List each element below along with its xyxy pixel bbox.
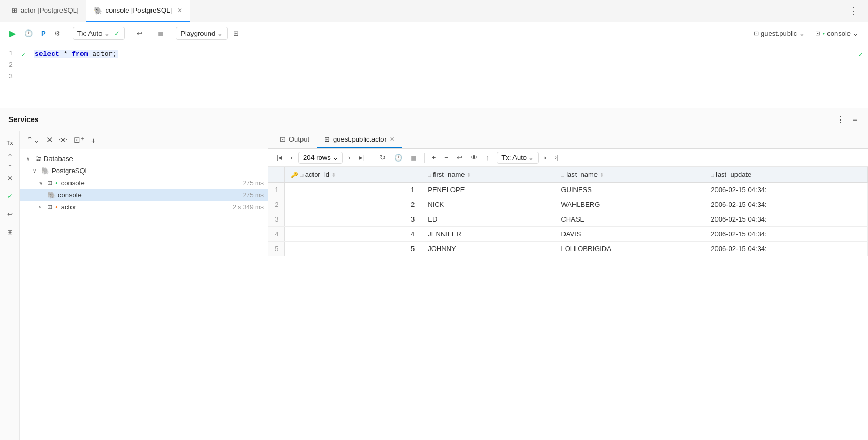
run-button[interactable]: ▶	[6, 26, 19, 41]
toolbar-sep-3	[150, 28, 150, 39]
last-update-cell: 2006-02-15 04:34:	[704, 183, 868, 197]
result-stop-button[interactable]: ◼	[408, 152, 420, 163]
pin-button[interactable]: P	[38, 27, 49, 39]
services-more-button[interactable]: ⋮	[834, 114, 846, 125]
playground-dropdown[interactable]: Playground ⌄	[176, 27, 228, 40]
table-row[interactable]: 1 1 PENELOPE GUINESS 2006-02-15 04:34:	[268, 183, 868, 197]
toolbar-sep-4	[171, 28, 171, 39]
result-del-row-button[interactable]: −	[441, 152, 451, 163]
services-collapse-button[interactable]: −	[851, 114, 860, 125]
vtoolbar-grid[interactable]: ⊞	[3, 225, 17, 239]
settings-button[interactable]: ⚙	[51, 27, 64, 39]
result-arrow-right-button[interactable]: ›	[541, 152, 549, 163]
last-name-cell: DAVIS	[554, 227, 704, 242]
tx-check-icon: ✓	[114, 29, 120, 37]
tree-timing-console-active: 275 ms	[243, 192, 264, 199]
close-console-tab[interactable]: ✕	[177, 7, 183, 14]
result-revert-button[interactable]: ↩	[453, 152, 466, 163]
last-name-sort-icon[interactable]: ⇕	[600, 172, 604, 178]
row-num-cell: 3	[268, 212, 284, 227]
th-last-update[interactable]: □ last_update	[704, 167, 868, 183]
th-first-name[interactable]: □ first_name ⇕	[421, 167, 554, 183]
result-arrow-rightend-button[interactable]: ›|	[551, 153, 561, 162]
tree-item-postgresql[interactable]: ∨ 🐘 PostgreSQL	[20, 165, 268, 177]
result-first-button[interactable]: |◀	[274, 153, 286, 162]
rows-count-dropdown[interactable]: 204 rows ⌄	[298, 152, 343, 164]
result-upload-button[interactable]: ↑	[483, 152, 493, 163]
result-prev-button[interactable]: ‹	[288, 152, 296, 163]
result-last-button[interactable]: ▶|	[356, 153, 368, 162]
tree-collapse-button[interactable]: ✕	[44, 134, 55, 146]
tx-dropdown[interactable]: Tx: Auto ⌄ ✓	[73, 27, 125, 40]
undo-button[interactable]: ↩	[134, 27, 146, 39]
table-row[interactable]: 5 5 JOHNNY LOLLOBRIGIDA 2006-02-15 04:34…	[268, 242, 868, 256]
result-refresh-button[interactable]: ↻	[377, 152, 389, 163]
tab-console[interactable]: 🐘 console [PostgreSQL] ✕	[86, 0, 190, 22]
services-tree: ∨ 🗂 Database ∨ 🐘 PostgreSQL ∨ ⊡ ●	[20, 149, 268, 440]
result-tx-dropdown[interactable]: Tx: Auto ⌄	[497, 152, 539, 164]
history-button[interactable]: 🕐	[21, 27, 36, 39]
vtoolbar-undo[interactable]: ↩	[3, 207, 17, 222]
schema-selector[interactable]: ⊡ guest.public ⌄	[751, 27, 808, 39]
tree-arrow-console-conn: ∨	[39, 180, 45, 186]
stop-button[interactable]: ◼	[155, 27, 167, 39]
connection-label: console	[827, 29, 851, 37]
data-table-container: 🔑 □ actor_id ⇕ □ first_name ⇕ □ las	[268, 167, 868, 440]
last-name-cell: GUINESS	[554, 183, 704, 197]
tree-item-console-active[interactable]: 🐘 console 275 ms	[20, 189, 268, 201]
th-last-name[interactable]: □ last_name ⇕	[554, 167, 704, 183]
tree-new-tab-button[interactable]: ⊡⁺	[72, 134, 87, 146]
vtoolbar-check[interactable]: ✓	[3, 189, 17, 204]
vtoolbar-sort-asc[interactable]: ⌃⌄	[3, 153, 17, 168]
tab-actor-result[interactable]: ⊞ guest.public.actor ✕	[317, 131, 402, 148]
tree-label-actor-conn: actor	[61, 203, 228, 211]
result-add-row-button[interactable]: +	[429, 152, 439, 163]
connection-chevron-icon: ⌄	[853, 29, 859, 37]
table-row[interactable]: 2 2 NICK WAHLBERG 2006-02-15 04:34:	[268, 197, 868, 212]
pg-tree-icon: 🐘	[41, 167, 49, 175]
kw-select: select	[35, 50, 59, 58]
toolbar-sep-1	[68, 28, 68, 39]
actor-id-cell: 5	[284, 242, 421, 256]
toolbar-sep-2	[129, 28, 129, 39]
row-num-cell: 2	[268, 197, 284, 212]
services-tree-toolbar: ⌃⌄ ✕ 👁 ⊡⁺ +	[20, 131, 268, 149]
result-history-button[interactable]: 🕐	[391, 152, 406, 163]
table-row[interactable]: 4 4 JENNIFER DAVIS 2006-02-15 04:34:	[268, 227, 868, 242]
result-next-button[interactable]: ›	[345, 152, 354, 163]
tree-sort-button[interactable]: ⌃⌄	[24, 134, 42, 146]
first-name-sort-icon[interactable]: ⇕	[467, 172, 471, 178]
tab-actor-table[interactable]: ⊞ actor [PostgreSQL]	[4, 0, 86, 22]
last-name-cell: WAHLBERG	[554, 197, 704, 212]
tab-more-button[interactable]: ⋮	[845, 3, 864, 19]
tree-add-button[interactable]: +	[89, 135, 98, 146]
tab-output[interactable]: ⊡ Output	[272, 131, 317, 148]
tx-label: Tx: Auto	[77, 29, 103, 37]
connection-selector[interactable]: ⊡ ● console ⌄	[812, 27, 862, 39]
tree-arrow-postgresql: ∨	[33, 168, 39, 174]
tree-label-console-conn: console	[61, 179, 239, 187]
last-name-cell: LOLLOBRIGIDA	[554, 242, 704, 256]
tree-item-database[interactable]: ∨ 🗂 Database	[20, 153, 268, 165]
vtoolbar-collapse[interactable]: ✕	[3, 171, 17, 186]
th-actor-id[interactable]: 🔑 □ actor_id ⇕	[284, 167, 421, 183]
tree-eye-button[interactable]: 👁	[57, 135, 69, 146]
table-row[interactable]: 3 3 ED CHASE 2006-02-15 04:34:	[268, 212, 868, 227]
tree-item-actor-conn[interactable]: › ⊡ ● actor 2 s 349 ms	[20, 201, 268, 213]
tree-item-console-conn[interactable]: ∨ ⊡ ● console 275 ms	[20, 177, 268, 189]
result-eye-button[interactable]: 👁	[468, 152, 481, 163]
last-update-cell: 2006-02-15 04:34:	[704, 197, 868, 212]
first-name-cell: JOHNNY	[421, 242, 554, 256]
actor-result-label: guest.public.actor	[333, 135, 387, 143]
services-header-actions: ⋮ −	[834, 114, 860, 125]
actor-id-sort-icon[interactable]: ⇕	[331, 172, 336, 178]
conn-tree-icon: ⊡	[47, 179, 52, 186]
actor-id-col-icon: □	[300, 172, 303, 178]
editor-toolbar: ▶ 🕐 P ⚙ Tx: Auto ⌄ ✓ ↩ ◼ Playground ⌄ ⊞ …	[0, 22, 868, 45]
results-toolbar-sep-2	[424, 153, 425, 163]
actor-id-key-icon: 🔑	[291, 172, 298, 178]
grid-view-button[interactable]: ⊞	[230, 27, 242, 39]
results-toolbar-sep-1	[372, 153, 372, 163]
code-editor[interactable]: 1 ✓ select * from actor; ✓ 2 3	[0, 45, 868, 108]
close-actor-result-tab[interactable]: ✕	[390, 136, 395, 143]
